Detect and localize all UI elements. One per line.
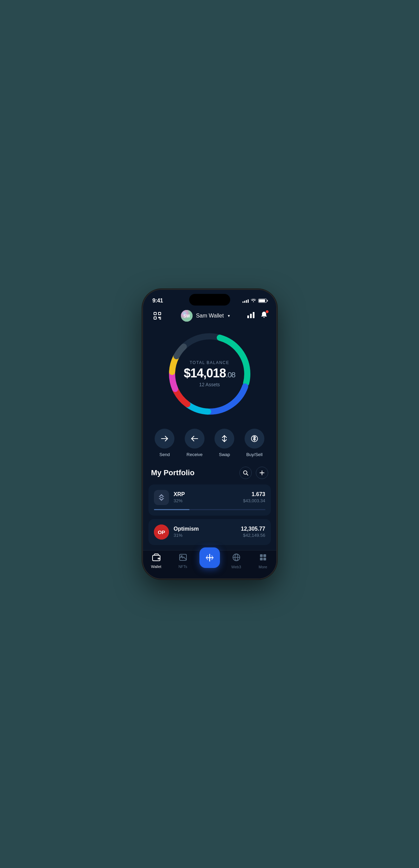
svg-rect-41 xyxy=(263,554,266,557)
wifi-icon xyxy=(251,298,256,303)
phone-screen: 9:41 xyxy=(143,290,276,579)
asset-list: XRP 32% 1.673 $43,003.34 xyxy=(143,484,276,550)
send-icon-circle xyxy=(155,429,174,449)
svg-rect-1 xyxy=(158,312,161,315)
svg-rect-0 xyxy=(154,312,156,315)
xrp-info: XRP 32% xyxy=(174,491,238,503)
list-item[interactable]: XRP 32% 1.673 $43,003.34 xyxy=(148,484,271,516)
more-icon xyxy=(259,553,267,563)
optimism-name: Optimism xyxy=(174,526,236,532)
buysell-icon-circle xyxy=(245,429,264,449)
web3-nav-label: Web3 xyxy=(231,565,241,569)
optimism-percent: 31% xyxy=(174,533,236,538)
xrp-amount: 1.673 xyxy=(243,491,265,497)
nav-item-nfts[interactable]: NFTs xyxy=(173,554,193,569)
battery-fill xyxy=(259,299,265,302)
portfolio-actions xyxy=(239,467,268,479)
status-time: 9:41 xyxy=(153,298,163,304)
wallet-icon xyxy=(152,554,160,563)
signal-bar-3 xyxy=(246,300,247,303)
svg-rect-10 xyxy=(250,314,252,318)
balance-cents: .08 xyxy=(226,371,235,379)
xrp-usd: $43,003.34 xyxy=(243,498,265,503)
web3-icon xyxy=(232,553,240,563)
xrp-percent: 32% xyxy=(174,498,238,503)
search-button[interactable] xyxy=(239,467,252,479)
nfts-nav-label: NFTs xyxy=(179,565,187,569)
send-button[interactable]: Send xyxy=(155,429,174,457)
nav-item-wallet[interactable]: Wallet xyxy=(146,554,167,569)
account-selector[interactable]: SW Sam Wallet ▾ xyxy=(181,310,230,322)
portfolio-title: My Portfolio xyxy=(151,468,195,477)
dynamic-island xyxy=(189,294,230,306)
phone-frame: 9:41 xyxy=(143,290,276,579)
balance-display: TOTAL BALANCE $14,018.08 12 Assets xyxy=(184,360,235,388)
asset-row-xrp: XRP 32% 1.673 $43,003.34 xyxy=(154,490,265,505)
app-header: SW Sam Wallet ▾ xyxy=(143,307,276,326)
list-item[interactable]: OP Optimism 31% 12,305.77 $42,149.56 xyxy=(148,519,271,545)
portfolio-header: My Portfolio xyxy=(143,464,276,484)
bottom-nav: Wallet NFTs xyxy=(143,550,276,579)
avatar: SW xyxy=(181,310,193,322)
svg-line-25 xyxy=(247,474,248,475)
xrp-icon xyxy=(154,490,169,505)
wallet-nav-label: Wallet xyxy=(151,565,161,569)
donut-chart: TOTAL BALANCE $14,018.08 12 Assets xyxy=(165,329,254,418)
portfolio-section: My Portfolio xyxy=(143,464,276,550)
xrp-progress-bar xyxy=(154,509,265,510)
signal-bars-icon xyxy=(243,299,249,303)
add-asset-button[interactable] xyxy=(256,467,268,479)
more-nav-label: More xyxy=(259,565,267,569)
action-buttons: Send Receive xyxy=(143,425,276,464)
balance-label: TOTAL BALANCE xyxy=(184,360,235,365)
balance-assets: 12 Assets xyxy=(184,382,235,387)
receive-icon-circle xyxy=(185,429,205,449)
battery-icon xyxy=(258,299,267,303)
swap-label: Swap xyxy=(219,452,230,457)
swap-button[interactable]: Swap xyxy=(214,429,234,457)
svg-rect-9 xyxy=(247,315,249,318)
svg-rect-40 xyxy=(260,554,263,557)
signal-bar-2 xyxy=(244,301,245,303)
signal-bar-4 xyxy=(248,299,249,303)
nav-item-more[interactable]: More xyxy=(253,553,273,569)
fab-button[interactable] xyxy=(199,547,220,568)
optimism-values: 12,305.77 $42,149.56 xyxy=(241,526,265,538)
status-icons xyxy=(243,298,267,303)
signal-bar-1 xyxy=(243,301,244,303)
svg-text:OP: OP xyxy=(158,529,165,535)
notification-badge xyxy=(265,310,269,313)
receive-button[interactable]: Receive xyxy=(185,429,205,457)
header-right-icons xyxy=(247,311,268,320)
asset-row-optimism: OP Optimism 31% 12,305.77 $42,149.56 xyxy=(154,524,265,540)
svg-rect-11 xyxy=(253,312,254,318)
buysell-label: Buy/Sell xyxy=(246,452,263,457)
nfts-icon xyxy=(179,554,187,563)
xrp-progress-fill xyxy=(154,509,189,510)
balance-dollars: $14,018 xyxy=(184,366,226,380)
optimism-usd: $42,149.56 xyxy=(241,533,265,538)
send-label: Send xyxy=(159,452,170,457)
swap-icon-circle xyxy=(214,429,234,449)
balance-chart: TOTAL BALANCE $14,018.08 12 Assets xyxy=(143,326,276,425)
optimism-info: Optimism 31% xyxy=(174,526,236,538)
svg-rect-42 xyxy=(260,558,263,560)
optimism-icon: OP xyxy=(154,524,169,540)
optimism-amount: 12,305.77 xyxy=(241,526,265,532)
chart-icon[interactable] xyxy=(247,311,255,320)
xrp-name: XRP xyxy=(174,491,238,497)
svg-rect-32 xyxy=(158,558,160,559)
account-name: Sam Wallet xyxy=(196,313,224,319)
receive-label: Receive xyxy=(186,452,202,457)
balance-amount: $14,018.08 xyxy=(184,366,235,380)
nav-item-web3[interactable]: Web3 xyxy=(226,553,247,569)
svg-text:SW: SW xyxy=(183,314,190,319)
svg-rect-2 xyxy=(154,317,156,319)
buysell-button[interactable]: Buy/Sell xyxy=(245,429,264,457)
scan-icon[interactable] xyxy=(151,310,163,322)
notification-icon[interactable] xyxy=(260,311,268,320)
chevron-down-icon: ▾ xyxy=(228,313,230,318)
xrp-values: 1.673 $43,003.34 xyxy=(243,491,265,503)
svg-rect-43 xyxy=(263,558,266,560)
svg-rect-3 xyxy=(159,317,159,318)
